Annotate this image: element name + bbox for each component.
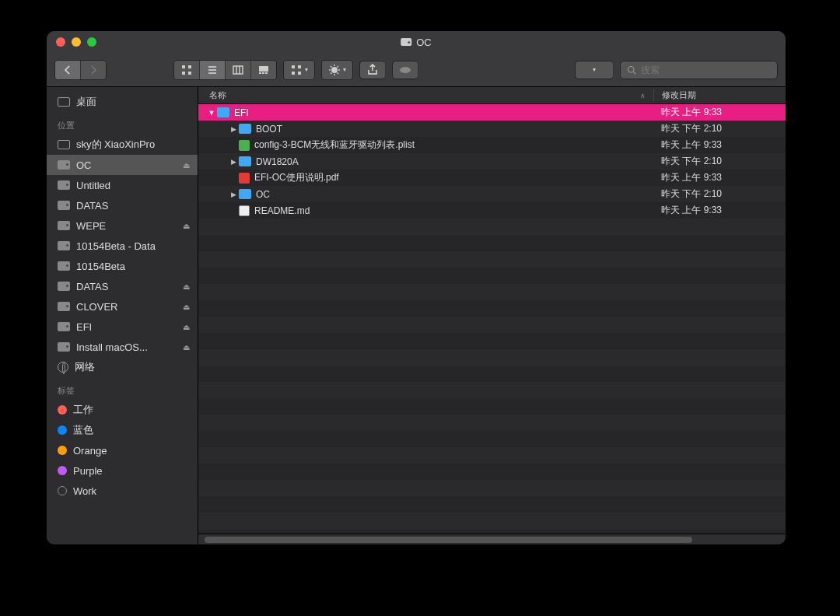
svg-rect-3 <box>188 72 191 75</box>
search-box[interactable] <box>620 61 778 79</box>
sidebar-item-label: DATAS <box>76 281 108 292</box>
icon-view-button[interactable] <box>174 61 200 79</box>
list-view-button[interactable] <box>200 61 226 79</box>
svg-rect-11 <box>259 72 261 74</box>
eject-icon[interactable]: ⏏ <box>183 161 190 170</box>
eject-icon[interactable]: ⏏ <box>183 303 190 311</box>
disclosure-icon[interactable]: ▶ <box>228 191 239 198</box>
sidebar-item-label: sky的 XiaoXinPro <box>76 138 155 152</box>
sidebar-tag-2[interactable]: Orange <box>47 440 198 460</box>
share-button[interactable] <box>359 61 386 79</box>
column-view-button[interactable] <box>226 61 251 79</box>
table-row[interactable]: ▶DW1820A昨天 下午 2:10 <box>198 153 786 170</box>
eject-icon[interactable]: ⏏ <box>183 222 190 230</box>
column-date-label: 修改日期 <box>662 90 696 100</box>
plist-icon <box>239 140 250 151</box>
path-dropdown[interactable]: ▾ <box>575 61 614 79</box>
file-list[interactable]: ▼EFI昨天 上午 9:33▶BOOT昨天 下午 2:10config-3-BC… <box>198 104 786 534</box>
eject-icon[interactable]: ⏏ <box>183 323 190 331</box>
column-name-header[interactable]: 名称 ∧ <box>198 89 653 101</box>
disclosure-icon[interactable]: ▼ <box>206 109 217 117</box>
tags-button[interactable] <box>392 61 418 79</box>
sidebar-item-label: OC <box>76 159 92 171</box>
sidebar-tag-1[interactable]: 蓝色 <box>47 420 198 440</box>
drive-icon <box>401 38 411 46</box>
table-row[interactable]: EFI-OC使用说明.pdf昨天 上午 9:33 <box>198 170 786 186</box>
drive-icon <box>58 282 70 291</box>
sidebar-item-5[interactable]: 10154Beta - Data <box>47 236 198 256</box>
sidebar-tag-3[interactable]: Purple <box>47 460 198 481</box>
file-name: config-3-BCM无线和蓝牙驱动列表.plist <box>254 138 653 152</box>
eject-icon[interactable]: ⏏ <box>183 343 190 352</box>
column-date-header[interactable]: 修改日期 <box>653 89 786 101</box>
sidebar-item-9[interactable]: EFI⏏ <box>47 317 198 337</box>
svg-rect-0 <box>182 65 185 68</box>
table-row[interactable]: ▶OC昨天 下午 2:10 <box>198 186 786 202</box>
svg-rect-13 <box>265 72 268 74</box>
horizontal-scrollbar[interactable] <box>198 534 786 544</box>
sidebar-tags-heading: 标签 <box>47 377 198 400</box>
file-date: 昨天 上午 9:33 <box>653 138 786 152</box>
svg-rect-10 <box>259 66 268 72</box>
svg-line-29 <box>633 72 635 74</box>
desktop-icon <box>58 140 70 149</box>
forward-button[interactable] <box>81 61 106 79</box>
tag-dot-icon <box>58 486 67 495</box>
table-row[interactable]: config-3-BCM无线和蓝牙驱动列表.plist昨天 上午 9:33 <box>198 137 786 153</box>
file-name: EFI-OC使用说明.pdf <box>254 171 653 184</box>
sidebar-item-0[interactable]: sky的 XiaoXinPro <box>47 135 198 155</box>
drive-icon <box>58 221 70 230</box>
svg-line-24 <box>338 72 339 74</box>
table-row[interactable]: README.md昨天 上午 9:33 <box>198 202 786 219</box>
search-icon <box>627 65 636 75</box>
file-name: EFI <box>234 107 653 118</box>
disclosure-icon[interactable]: ▶ <box>228 158 239 166</box>
minimize-icon[interactable] <box>72 37 81 47</box>
view-mode-buttons <box>173 60 277 80</box>
sidebar-item-3[interactable]: DATAS <box>47 195 198 215</box>
group-button[interactable]: ▾ <box>284 61 314 79</box>
file-date: 昨天 上午 9:33 <box>653 106 786 119</box>
table-row[interactable]: ▼EFI昨天 上午 9:33 <box>198 104 786 121</box>
svg-rect-14 <box>292 65 295 68</box>
column-headers: 名称 ∧ 修改日期 <box>198 87 786 104</box>
back-button[interactable] <box>55 61 81 79</box>
sidebar-tag-label: 蓝色 <box>73 423 93 437</box>
sidebar-tag-0[interactable]: 工作 <box>47 400 198 420</box>
file-name: OC <box>256 189 653 200</box>
file-name: BOOT <box>256 124 653 135</box>
sidebar-item-6[interactable]: 10154Beta <box>47 256 198 276</box>
md-icon <box>239 205 250 216</box>
sidebar-item-10[interactable]: Install macOS...⏏ <box>47 337 198 357</box>
svg-rect-12 <box>262 72 264 74</box>
sort-caret-icon: ∧ <box>640 92 646 100</box>
folder-icon <box>239 124 251 134</box>
sidebar-desktop[interactable]: 桌面 <box>47 92 198 112</box>
action-button[interactable]: ▾ <box>322 61 352 79</box>
gallery-view-button[interactable] <box>251 61 276 79</box>
zoom-icon[interactable] <box>87 37 96 47</box>
sidebar-item-4[interactable]: WEPE⏏ <box>47 215 198 236</box>
desktop-icon <box>58 97 70 107</box>
eject-icon[interactable]: ⏏ <box>183 282 190 291</box>
scrollbar-thumb[interactable] <box>205 537 692 543</box>
sidebar-item-label: CLOVER <box>76 301 117 313</box>
sidebar-item-1[interactable]: OC⏏ <box>47 155 198 175</box>
sidebar-item-2[interactable]: Untitled <box>47 175 198 195</box>
sidebar-tag-4[interactable]: Work <box>47 481 198 501</box>
table-row[interactable]: ▶BOOT昨天 下午 2:10 <box>198 121 786 137</box>
disclosure-icon[interactable]: ▶ <box>228 125 239 133</box>
sidebar-item-8[interactable]: CLOVER⏏ <box>47 296 198 317</box>
sidebar-item-11[interactable]: 网络 <box>47 357 198 377</box>
globe-icon <box>58 362 68 373</box>
sidebar-item-7[interactable]: DATAS⏏ <box>47 276 198 296</box>
drive-icon <box>58 160 70 170</box>
close-icon[interactable] <box>56 37 65 47</box>
search-input[interactable] <box>641 65 771 75</box>
file-date: 昨天 下午 2:10 <box>653 155 786 168</box>
svg-line-26 <box>338 66 339 68</box>
drive-icon <box>58 201 70 210</box>
toolbar: ▾ ▾ ▾ <box>47 53 786 87</box>
drive-icon <box>58 261 70 271</box>
titlebar[interactable]: OC <box>47 31 786 53</box>
